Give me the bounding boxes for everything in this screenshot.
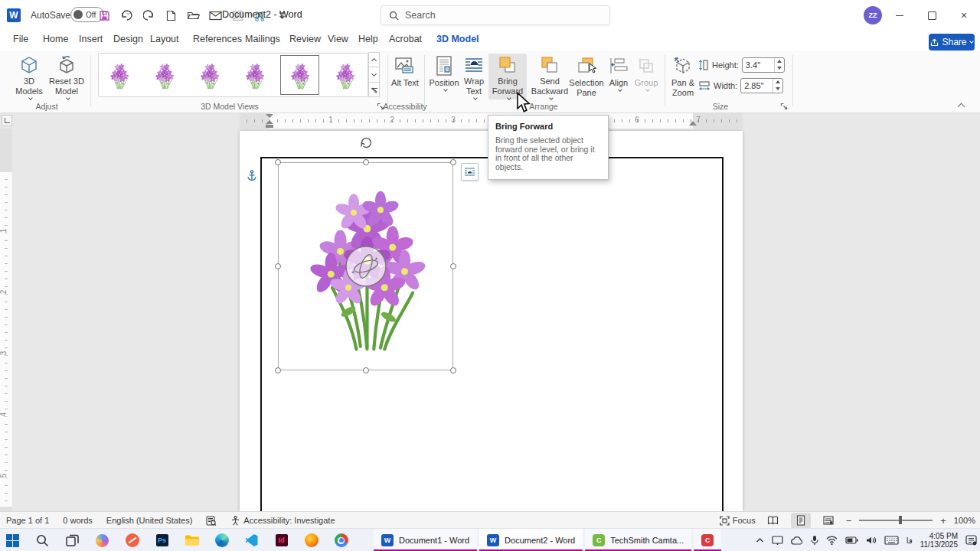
width-spinner[interactable] bbox=[773, 79, 782, 93]
3d-models-button[interactable]: 3D Models bbox=[11, 54, 47, 99]
zoom-level[interactable]: 100% bbox=[954, 516, 975, 525]
height-input[interactable] bbox=[743, 58, 774, 72]
edge-icon[interactable] bbox=[214, 533, 230, 549]
pan-zoom-button[interactable]: Pan & Zoom bbox=[668, 54, 698, 99]
resize-handle-middle-left[interactable] bbox=[275, 263, 281, 269]
gallery-item-5-selected[interactable] bbox=[280, 55, 319, 95]
tab-help[interactable]: Help bbox=[358, 34, 378, 51]
taskbar-window-camtasia[interactable]: C TechSmith Camta... bbox=[585, 529, 691, 551]
wrap-text-button[interactable]: Wrap Text bbox=[456, 54, 492, 99]
undo-button[interactable] bbox=[119, 7, 134, 24]
save-button[interactable] bbox=[96, 7, 112, 24]
microphone-icon[interactable] bbox=[811, 535, 818, 546]
resize-handle-bottom-center[interactable] bbox=[363, 367, 369, 373]
3d-rotate-control[interactable] bbox=[345, 245, 387, 288]
taskbar-window-document2[interactable]: W Document2 - Word bbox=[479, 529, 583, 551]
volume-icon[interactable] bbox=[866, 536, 877, 545]
word-count[interactable]: 0 words bbox=[63, 516, 93, 525]
copilot-icon[interactable] bbox=[94, 533, 110, 549]
start-button[interactable] bbox=[5, 533, 21, 549]
zoom-out-button[interactable]: − bbox=[846, 515, 852, 527]
indesign-icon[interactable]: Id bbox=[273, 533, 289, 549]
firefox-icon[interactable] bbox=[303, 533, 319, 549]
rotate-handle[interactable] bbox=[358, 135, 374, 150]
app-icon-orange[interactable] bbox=[124, 533, 140, 549]
layout-options-button[interactable] bbox=[461, 163, 479, 181]
tab-mailings[interactable]: Mailings bbox=[245, 34, 280, 51]
chrome-icon[interactable] bbox=[333, 533, 349, 549]
task-view-button[interactable] bbox=[64, 533, 80, 549]
resize-handle-top-right[interactable] bbox=[450, 159, 456, 165]
minimize-button[interactable] bbox=[884, 0, 916, 31]
web-layout-button[interactable] bbox=[818, 513, 838, 528]
resize-handle-bottom-right[interactable] bbox=[450, 367, 456, 373]
account-avatar[interactable]: ZZ bbox=[864, 6, 882, 24]
read-mode-button[interactable] bbox=[763, 513, 783, 528]
redo-button[interactable] bbox=[141, 7, 156, 24]
maximize-button[interactable] bbox=[916, 0, 948, 31]
gallery-item-2[interactable] bbox=[145, 55, 184, 95]
gallery-more-button[interactable] bbox=[368, 82, 380, 97]
tab-layout[interactable]: Layout bbox=[150, 34, 179, 51]
resize-handle-top-left[interactable] bbox=[275, 159, 281, 165]
gallery-item-4[interactable] bbox=[235, 55, 274, 95]
file-explorer-icon[interactable] bbox=[184, 533, 200, 549]
tab-design[interactable]: Design bbox=[113, 34, 143, 51]
new-document-button[interactable] bbox=[163, 7, 178, 24]
send-backward-button[interactable]: Send Backward bbox=[528, 54, 571, 99]
taskbar-window-document1[interactable]: W Document1 - Word bbox=[374, 529, 477, 551]
zoom-slider[interactable] bbox=[859, 520, 933, 521]
onedrive-icon[interactable] bbox=[791, 536, 803, 545]
resize-handle-middle-right[interactable] bbox=[450, 263, 456, 269]
gallery-item-1[interactable] bbox=[100, 55, 139, 95]
document-canvas[interactable]: 1 2 3 4 5 bbox=[0, 129, 980, 511]
proofing-status[interactable] bbox=[206, 516, 217, 526]
language-indicator[interactable]: English (United States) bbox=[106, 516, 193, 525]
photoshop-icon[interactable]: Ps bbox=[154, 533, 170, 549]
vertical-ruler[interactable]: 1 2 3 4 5 bbox=[0, 129, 12, 511]
resize-handle-top-center[interactable] bbox=[363, 159, 369, 165]
notification-center-icon[interactable] bbox=[965, 535, 977, 546]
tab-references[interactable]: References bbox=[193, 34, 242, 51]
tab-insert[interactable]: Insert bbox=[79, 34, 103, 51]
gallery-scroll-up-button[interactable] bbox=[368, 52, 380, 67]
touch-keyboard-icon[interactable] bbox=[884, 536, 899, 545]
zoom-in-button[interactable]: + bbox=[940, 515, 946, 527]
tray-expand-chevron[interactable] bbox=[756, 537, 764, 543]
wifi-icon[interactable] bbox=[826, 536, 838, 545]
size-dialog-launcher[interactable] bbox=[780, 103, 789, 111]
focus-button[interactable]: Focus bbox=[720, 516, 756, 526]
zoom-slider-thumb[interactable] bbox=[899, 516, 902, 524]
tab-file[interactable]: File bbox=[13, 34, 28, 51]
align-button[interactable]: Align bbox=[605, 54, 632, 99]
cast-icon[interactable] bbox=[772, 536, 783, 545]
close-button[interactable]: × bbox=[948, 0, 980, 31]
accessibility-status[interactable]: Accessibility: Investigate bbox=[230, 516, 335, 526]
taskbar-search-button[interactable] bbox=[34, 533, 51, 549]
vscode-icon[interactable] bbox=[243, 533, 260, 549]
selection-pane-button[interactable]: Selection Pane bbox=[567, 54, 606, 99]
gallery-scroll-down-button[interactable] bbox=[368, 67, 380, 82]
email-button[interactable] bbox=[207, 7, 223, 24]
tab-review[interactable]: Review bbox=[289, 34, 321, 51]
clock[interactable]: 4:05 PM 11/13/2025 bbox=[920, 532, 958, 549]
collapse-ribbon-button[interactable] bbox=[958, 103, 965, 111]
tab-selector[interactable] bbox=[2, 115, 12, 126]
tab-acrobat[interactable]: Acrobat bbox=[389, 34, 422, 51]
print-layout-button[interactable] bbox=[791, 513, 811, 528]
height-spinner[interactable] bbox=[774, 58, 784, 72]
gallery-item-3[interactable] bbox=[190, 55, 229, 95]
right-indent-marker[interactable] bbox=[689, 121, 697, 126]
reset-3d-model-button[interactable]: Reset 3D Model bbox=[47, 54, 86, 99]
taskbar-window-camtasia-recorder[interactable]: C bbox=[694, 529, 721, 551]
search-input[interactable]: Search bbox=[381, 5, 610, 25]
tab-home[interactable]: Home bbox=[43, 34, 68, 51]
tab-3d-model[interactable]: 3D Model bbox=[436, 34, 479, 51]
share-button[interactable]: Share bbox=[929, 34, 975, 51]
battery-icon[interactable] bbox=[845, 536, 858, 544]
left-indent-marker[interactable] bbox=[266, 114, 273, 128]
resize-handle-bottom-left[interactable] bbox=[275, 367, 281, 373]
gallery-item-6[interactable] bbox=[325, 55, 364, 95]
tab-view[interactable]: View bbox=[328, 34, 348, 51]
width-input[interactable] bbox=[741, 79, 773, 93]
